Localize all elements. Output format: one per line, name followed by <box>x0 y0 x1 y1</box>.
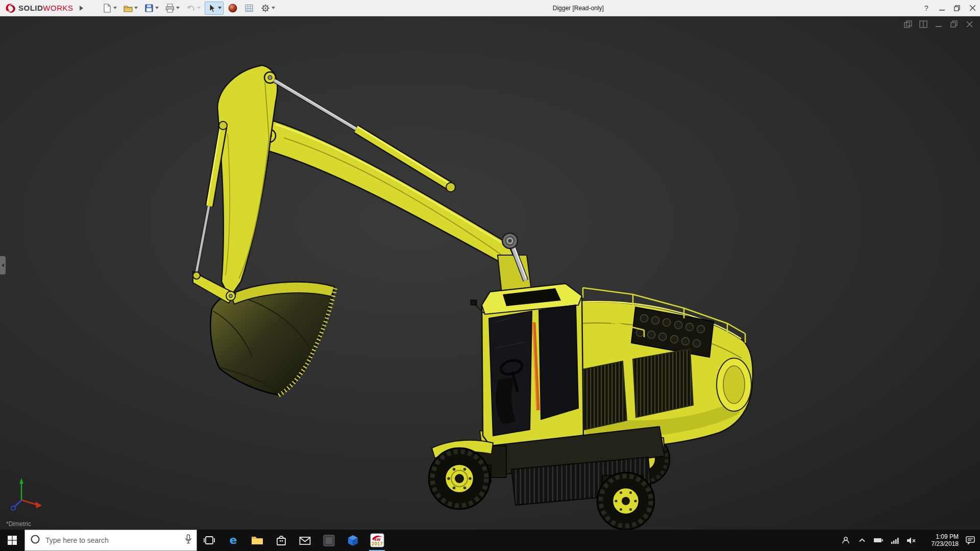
task-view-icon <box>203 534 215 546</box>
new-window-icon[interactable] <box>902 19 914 29</box>
3d-model-scene[interactable] <box>0 16 980 530</box>
taskbar: e <box>0 530 980 551</box>
close-button[interactable] <box>965 0 980 16</box>
action-center-button[interactable] <box>963 530 978 551</box>
taskbar-empty-area <box>389 530 838 551</box>
gear-icon <box>260 3 271 13</box>
dropdown-chevron-icon[interactable] <box>134 7 138 9</box>
search-input[interactable] <box>25 530 197 550</box>
tile-windows-icon[interactable] <box>918 19 929 29</box>
toolbar-flyout-arrow-icon[interactable] <box>78 2 86 15</box>
dark-app-tile-icon <box>323 534 335 547</box>
blue-cube-icon <box>347 534 359 547</box>
feature-manager-collapsed-tab[interactable] <box>0 256 6 274</box>
start-button[interactable] <box>0 530 24 551</box>
battery-icon[interactable] <box>871 530 886 551</box>
action-center-icon <box>965 535 975 545</box>
dropdown-chevron-icon[interactable] <box>113 7 117 9</box>
clock-time: 1:09 PM <box>936 533 959 540</box>
dropdown-chevron-icon[interactable] <box>218 7 222 9</box>
mail-envelope-icon <box>299 534 311 547</box>
select-cursor-icon <box>207 3 217 13</box>
task-view-button[interactable] <box>197 530 221 551</box>
new-document-icon <box>102 3 112 13</box>
dropdown-chevron-icon[interactable] <box>197 7 201 9</box>
restore-button[interactable] <box>949 0 965 16</box>
taskbar-clock[interactable]: 1:09 PM 7/23/2018 <box>920 530 962 551</box>
tray-overflow-chevron-icon[interactable] <box>854 530 870 551</box>
ds-logo-icon <box>5 3 16 13</box>
document-window-controls <box>902 19 975 29</box>
store-bag-icon <box>275 534 287 546</box>
clock-date: 7/23/2018 <box>932 540 959 547</box>
front-right-wheel[interactable] <box>597 472 654 530</box>
solidworks-logo: SOLIDWORKS <box>0 3 78 13</box>
titlebar: SOLIDWORKS <box>0 0 980 16</box>
options-button[interactable] <box>258 2 277 15</box>
system-tray: 1:09 PM 7/23/2018 <box>838 530 980 551</box>
solidworks-app-button[interactable]: SW 2017 <box>365 530 389 551</box>
design-table-button[interactable] <box>242 2 256 15</box>
edge-browser-button[interactable]: e <box>221 530 245 551</box>
svg-text:e: e <box>229 534 237 546</box>
logo-text-solid: SOLID <box>18 4 43 12</box>
undo-arrow-icon <box>186 3 196 13</box>
restore-icon <box>954 5 960 11</box>
dropdown-chevron-icon[interactable] <box>272 7 275 9</box>
svg-text:2017: 2017 <box>371 542 382 546</box>
cortana-icon <box>30 534 40 546</box>
cab[interactable] <box>471 284 583 447</box>
svg-text:SW: SW <box>374 538 381 542</box>
graphics-area[interactable]: *Dimetric <box>0 16 980 530</box>
side-grille <box>633 349 693 417</box>
taskbar-search <box>24 530 197 551</box>
table-grid-icon <box>244 3 254 13</box>
people-icon[interactable] <box>838 530 853 551</box>
open-folder-icon <box>123 3 133 13</box>
doc-close-icon[interactable] <box>964 19 975 29</box>
doc-restore-icon[interactable] <box>948 19 960 29</box>
volume-muted-icon[interactable] <box>903 530 919 551</box>
dropdown-chevron-icon[interactable] <box>176 7 180 9</box>
select-tool-button[interactable] <box>205 2 224 15</box>
mail-button[interactable] <box>293 530 317 551</box>
doc-minimize-icon[interactable] <box>933 19 944 29</box>
microphone-icon[interactable] <box>185 534 192 546</box>
dropdown-chevron-icon[interactable] <box>155 7 159 9</box>
front-left-wheel[interactable] <box>429 448 490 509</box>
undo-button[interactable] <box>184 2 203 15</box>
solidworks-2017-icon: SW 2017 <box>370 533 384 547</box>
view-orientation-label: *Dimetric <box>6 520 31 528</box>
window-title: Digger [Read-only] <box>553 5 604 12</box>
minimize-button[interactable] <box>934 0 949 16</box>
printer-icon <box>165 3 175 13</box>
minimize-icon <box>939 5 945 11</box>
standard-toolbar <box>100 2 277 15</box>
edge-icon: e <box>227 534 240 547</box>
render-sphere-icon <box>228 3 238 13</box>
open-button[interactable] <box>121 2 140 15</box>
network-icon[interactable] <box>887 530 902 551</box>
folder-icon <box>251 534 264 547</box>
help-button[interactable]: ? <box>919 0 934 16</box>
new-document-button[interactable] <box>100 2 119 15</box>
save-floppy-icon <box>144 3 154 13</box>
print-button[interactable] <box>163 2 182 15</box>
file-explorer-button[interactable] <box>245 530 269 551</box>
save-button[interactable] <box>142 2 161 15</box>
cad-viewer-button[interactable] <box>341 530 365 551</box>
apply-scene-button[interactable] <box>226 2 240 15</box>
store-button[interactable] <box>269 530 293 551</box>
app-tile-button[interactable] <box>317 530 341 551</box>
side-window <box>539 305 578 419</box>
logo-text-works: WORKS <box>43 4 73 12</box>
windows-start-icon <box>7 535 17 545</box>
close-icon <box>970 5 975 11</box>
